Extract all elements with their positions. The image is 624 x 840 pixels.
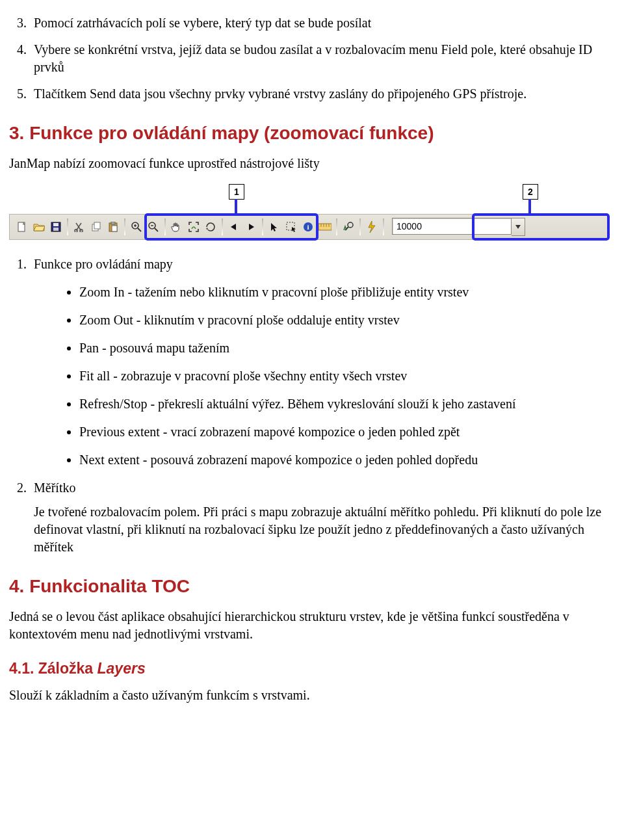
section-3-heading: 3. Funkce pro ovládání mapy (zoomovací f…: [9, 121, 615, 146]
scale-dropdown-button[interactable]: [512, 218, 525, 236]
intro-item: Tlačítkem Send data jsou všechny prvky v…: [30, 85, 615, 103]
toolbar-separator: [164, 218, 166, 235]
bullet-item: Previous extent - vrací zobrazení mapové…: [79, 423, 615, 441]
svg-rect-9: [94, 222, 100, 229]
measure-ruler-icon[interactable]: [318, 220, 332, 234]
svg-rect-11: [111, 222, 115, 224]
sub41-plain: 4.1. Záložka: [9, 660, 98, 677]
svg-marker-35: [515, 225, 521, 229]
bullet-item: Pan - posouvá mapu tažením: [79, 339, 615, 357]
list-item-title: Měřítko: [34, 480, 75, 495]
toolbar-separator: [124, 218, 125, 235]
toolbar-separator: [336, 218, 337, 235]
intro-item: Vybere se konkrétní vrstva, jejíž data s…: [30, 41, 615, 76]
sub41-em: Layers: [98, 660, 146, 677]
toolbar-separator: [383, 218, 384, 235]
find-icon[interactable]: [341, 220, 356, 234]
paste-icon[interactable]: [106, 220, 120, 234]
svg-marker-21: [249, 224, 254, 230]
cut-icon[interactable]: [72, 220, 86, 234]
section-4-intro: Jedná se o levou část aplikace obsahujíc…: [9, 608, 615, 643]
callout-2-box: 2: [523, 184, 538, 200]
svg-rect-27: [318, 224, 332, 230]
save-icon[interactable]: [49, 220, 63, 234]
section-3-numbered-list: Funkce pro ovládání mapy Zoom In - tažen…: [27, 256, 615, 556]
select-rect-icon[interactable]: [284, 220, 298, 234]
svg-rect-12: [112, 226, 117, 231]
svg-marker-20: [231, 224, 236, 230]
flash-icon[interactable]: [365, 220, 379, 234]
toolbar-separator: [262, 218, 263, 235]
new-file-icon[interactable]: [15, 220, 29, 234]
zoom-in-icon[interactable]: [129, 220, 144, 234]
refresh-stop-icon[interactable]: [203, 220, 218, 234]
bullet-item: Zoom In - tažením nebo kliknutím v praco…: [79, 283, 615, 301]
svg-rect-2: [53, 223, 58, 226]
scale-input[interactable]: [392, 218, 512, 235]
scale-description: Je tvořené rozbalovacím polem. Při práci…: [34, 503, 615, 556]
intro-item: Pomocí zatrhávacích polí se vybere, kter…: [30, 14, 615, 32]
callout-row: 1 2: [9, 184, 607, 214]
svg-marker-34: [369, 221, 375, 233]
svg-rect-3: [53, 228, 58, 231]
svg-text:i: i: [307, 223, 309, 231]
zoom-functions-bullets: Zoom In - tažením nebo kliknutím v praco…: [79, 283, 615, 469]
callout-2-line: [528, 199, 531, 213]
chevron-down-icon: [515, 224, 521, 230]
intro-numbered-list: Pomocí zatrhávacích polí se vybere, kter…: [27, 14, 615, 103]
callout-1-box: 1: [229, 184, 244, 200]
bullet-item: Fit all - zobrazuje v pracovní ploše vše…: [79, 367, 615, 385]
svg-point-32: [348, 222, 353, 228]
previous-extent-icon[interactable]: [227, 220, 241, 234]
fit-all-icon[interactable]: [187, 220, 201, 234]
open-file-icon[interactable]: [32, 220, 46, 234]
next-extent-icon[interactable]: [244, 220, 258, 234]
toolbar-separator: [222, 218, 223, 235]
list-item-title: Funkce pro ovládání mapy: [34, 257, 173, 271]
callout-1-line: [235, 199, 237, 213]
copy-icon[interactable]: [89, 220, 103, 234]
svg-line-14: [138, 228, 141, 231]
svg-line-18: [155, 228, 158, 231]
pointer-icon[interactable]: [267, 220, 281, 234]
toolbar-figure: 1 2: [9, 184, 607, 240]
section-4-1-para: Slouží k základním a často užívaným funk…: [9, 687, 615, 704]
list-item-functions: Funkce pro ovládání mapy Zoom In - tažen…: [30, 256, 615, 469]
svg-marker-22: [271, 223, 277, 231]
toolbar: i: [9, 214, 607, 240]
scale-combo[interactable]: [392, 218, 525, 236]
list-item-scale: Měřítko Je tvořené rozbalovacím polem. P…: [30, 479, 615, 556]
zoom-out-icon[interactable]: [146, 220, 161, 234]
toolbar-separator: [359, 218, 361, 235]
section-3-intro: JanMap nabízí zoomovací funkce uprostřed…: [9, 155, 615, 172]
svg-marker-24: [292, 227, 296, 232]
bullet-item: Refresh/Stop - překreslí aktuální výřez.…: [79, 395, 615, 413]
bullet-item: Next extent - posouvá zobrazení mapové k…: [79, 451, 615, 469]
pan-hand-icon[interactable]: [170, 220, 184, 234]
bullet-item: Zoom Out - kliknutím v pracovní ploše od…: [79, 311, 615, 329]
section-4-heading: 4. Funkcionalita TOC: [9, 574, 615, 599]
toolbar-separator: [67, 218, 68, 235]
section-4-1-heading: 4.1. Záložka Layers: [9, 659, 615, 679]
info-icon[interactable]: i: [301, 220, 315, 234]
